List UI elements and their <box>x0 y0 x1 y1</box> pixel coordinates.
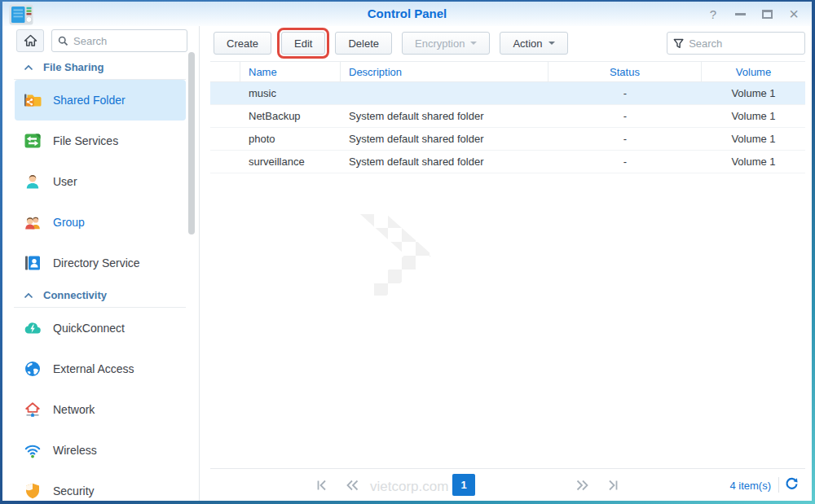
sidebar-search <box>51 29 187 52</box>
sidebar-item-label: Shared Folder <box>53 94 126 107</box>
user-icon <box>23 172 42 191</box>
home-button[interactable] <box>16 29 44 52</box>
help-icon[interactable]: ? <box>707 8 720 20</box>
sidebar-item-network[interactable]: Network <box>15 389 186 430</box>
current-page-button[interactable]: 1 <box>452 474 475 496</box>
quickconnect-icon <box>23 318 42 338</box>
sidebar-item-label: Directory Service <box>53 256 140 270</box>
delete-button[interactable]: Delete <box>335 32 392 55</box>
edit-button[interactable]: Edit <box>281 32 325 55</box>
table-row[interactable]: surveillance System default shared folde… <box>210 151 805 173</box>
sidebar-item-label: Network <box>53 403 95 416</box>
home-icon <box>24 34 37 47</box>
toolbar: Create Edit Delete Encryption Action <box>210 28 805 58</box>
security-icon <box>23 481 42 501</box>
sidebar-nav: File Sharing Shared Folder <box>2 55 199 501</box>
wireless-icon <box>23 440 42 460</box>
create-button[interactable]: Create <box>214 32 271 55</box>
filter-icon <box>673 37 684 50</box>
table-row[interactable]: NetBackup System default shared folder -… <box>210 105 805 128</box>
pagination-bar: vietcorp.com 1 4 item(s) <box>210 468 805 501</box>
sidebar-item-label: File Services <box>53 134 118 147</box>
sidebar-scrollbar[interactable] <box>188 52 195 234</box>
next-page-icon[interactable] <box>575 480 589 491</box>
chevron-up-icon <box>24 64 33 71</box>
column-header-volume[interactable]: Volume <box>702 62 805 81</box>
minimize-icon[interactable] <box>734 13 747 15</box>
background-watermark-chevron <box>360 214 434 296</box>
selection-column-header <box>210 62 240 81</box>
directory-service-icon <box>23 253 42 273</box>
sidebar-item-label: Wireless <box>53 444 97 457</box>
sidebar-item-external-access[interactable]: External Access <box>15 348 186 389</box>
sidebar: File Sharing Shared Folder <box>2 26 200 501</box>
globe-icon <box>23 359 42 379</box>
previous-page-icon[interactable] <box>346 480 359 491</box>
watermark-text: vietcorp.com <box>370 479 448 495</box>
item-count: 4 item(s) <box>729 480 771 492</box>
table-search-input[interactable] <box>689 37 799 50</box>
title-bar: Control Panel ? × <box>2 2 812 26</box>
refresh-icon[interactable] <box>785 477 799 491</box>
table-row[interactable]: photo System default shared folder - Vol… <box>210 128 805 151</box>
last-page-icon[interactable] <box>606 480 619 491</box>
close-icon[interactable]: × <box>787 6 800 22</box>
divider <box>778 477 779 493</box>
sidebar-item-security[interactable]: Security <box>15 471 186 501</box>
sidebar-item-quickconnect[interactable]: QuickConnect <box>15 308 186 348</box>
file-services-icon <box>23 131 42 151</box>
sidebar-item-label: Group <box>53 216 85 229</box>
action-button[interactable]: Action <box>500 32 567 55</box>
column-header-name[interactable]: Name <box>240 62 341 81</box>
sidebar-item-group[interactable]: Group <box>15 202 186 243</box>
sidebar-item-wireless[interactable]: Wireless <box>15 430 186 471</box>
main-panel: Create Edit Delete Encryption Action Nam… <box>200 26 812 501</box>
sidebar-item-shared-folder[interactable]: Shared Folder <box>15 80 186 121</box>
network-icon <box>23 400 42 419</box>
sidebar-item-file-services[interactable]: File Services <box>15 121 186 161</box>
table-search <box>667 32 805 55</box>
table-row[interactable]: music - Volume 1 <box>210 82 805 105</box>
first-page-icon[interactable] <box>316 480 328 491</box>
sidebar-item-label: External Access <box>53 362 134 375</box>
sidebar-item-label: Security <box>53 484 95 497</box>
column-header-description[interactable]: Description <box>341 62 548 81</box>
encryption-button[interactable]: Encryption <box>402 32 490 55</box>
chevron-down-icon <box>470 42 477 45</box>
search-icon <box>58 35 68 47</box>
chevron-up-icon <box>24 292 33 299</box>
sidebar-item-label: QuickConnect <box>53 322 125 335</box>
page-title: Control Panel <box>2 2 812 26</box>
sidebar-item-label: User <box>53 175 77 188</box>
column-header-status[interactable]: Status <box>548 62 702 81</box>
control-panel-window: Control Panel ? × <box>0 0 815 504</box>
sidebar-item-directory-service[interactable]: Directory Service <box>15 243 186 283</box>
sidebar-item-user[interactable]: User <box>15 161 186 202</box>
shared-folder-icon <box>23 90 42 110</box>
table-header: Name Description Status Volume <box>210 61 805 82</box>
section-header-file-sharing[interactable]: File Sharing <box>14 55 186 80</box>
section-header-connectivity[interactable]: Connectivity <box>14 283 186 308</box>
group-icon <box>23 213 42 232</box>
maximize-icon[interactable] <box>760 10 773 19</box>
sidebar-search-input[interactable] <box>73 35 181 47</box>
chevron-down-icon <box>548 42 555 45</box>
